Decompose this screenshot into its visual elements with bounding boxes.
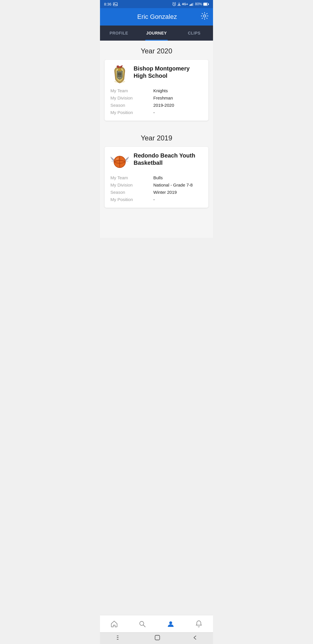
status-time: 8:36 — [104, 2, 111, 6]
value-position-1: - — [153, 110, 203, 115]
app-header: Eric Gonzalez — [100, 8, 213, 26]
main-content: Year 2020 — [100, 41, 213, 238]
team-name-redondo: Redondo Beach Youth Basketball — [134, 152, 203, 167]
status-right: 4G+ 80% — [172, 2, 209, 6]
signal-icon — [189, 2, 194, 6]
network-label: 4G+ — [182, 2, 188, 6]
year-2019-label: Year 2019 — [100, 128, 213, 147]
value-my-team-2: Bulls — [153, 175, 203, 180]
value-position-2: - — [153, 197, 203, 202]
label-position-1: My Position — [110, 110, 151, 115]
alarm-icon — [172, 2, 176, 6]
tab-journey[interactable]: JOURNEY — [138, 26, 175, 41]
svg-point-10 — [203, 15, 206, 17]
tab-bar: PROFILE JOURNEY CLIPS — [100, 26, 213, 41]
status-bar: 8:36 4G+ 80% — [100, 0, 213, 8]
label-my-division-2: My Division — [110, 182, 151, 187]
page-title: Eric Gonzalez — [113, 13, 201, 21]
team-logo-knight — [110, 65, 129, 84]
settings-button[interactable] — [201, 12, 208, 21]
value-season-1: 2019-2020 — [153, 103, 203, 108]
image-icon — [113, 2, 118, 6]
svg-rect-3 — [190, 5, 190, 6]
svg-rect-5 — [192, 3, 192, 6]
svg-rect-4 — [190, 4, 191, 6]
card-details-redondo: My Team Bulls My Division National - Gra… — [110, 175, 203, 202]
label-my-team-1: My Team — [110, 88, 151, 93]
card-header-bishop: Bishop Montgomery High School — [110, 65, 203, 84]
card-details-bishop: My Team Knights My Division Freshman Sea… — [110, 88, 203, 115]
tab-profile[interactable]: PROFILE — [100, 26, 138, 41]
tab-clips[interactable]: CLIPS — [175, 26, 213, 41]
label-my-team-2: My Team — [110, 175, 151, 180]
team-logo-basketball — [110, 152, 129, 171]
svg-rect-6 — [192, 3, 193, 6]
status-left: 8:36 — [104, 2, 118, 6]
team-card-bishop[interactable]: Bishop Montgomery High School My Team Kn… — [105, 60, 208, 121]
card-header-redondo: Redondo Beach Youth Basketball — [110, 152, 203, 171]
battery-percent: 80% — [195, 2, 202, 6]
svg-rect-8 — [208, 3, 209, 5]
label-season-1: Season — [110, 103, 151, 108]
label-position-2: My Position — [110, 197, 151, 202]
value-my-team-1: Knights — [153, 88, 203, 93]
year-2020-label: Year 2020 — [100, 41, 213, 60]
battery-icon — [203, 3, 209, 6]
value-my-division-1: Freshman — [153, 95, 203, 100]
download-icon — [177, 2, 181, 6]
value-my-division-2: National - Grade 7-8 — [153, 182, 203, 187]
label-my-division-1: My Division — [110, 95, 151, 100]
label-season-2: Season — [110, 190, 151, 195]
value-season-2: Winter 2019 — [153, 190, 203, 195]
team-name-bishop: Bishop Montgomery High School — [134, 65, 203, 79]
svg-rect-9 — [204, 3, 207, 5]
team-card-redondo[interactable]: Redondo Beach Youth Basketball My Team B… — [105, 147, 208, 208]
